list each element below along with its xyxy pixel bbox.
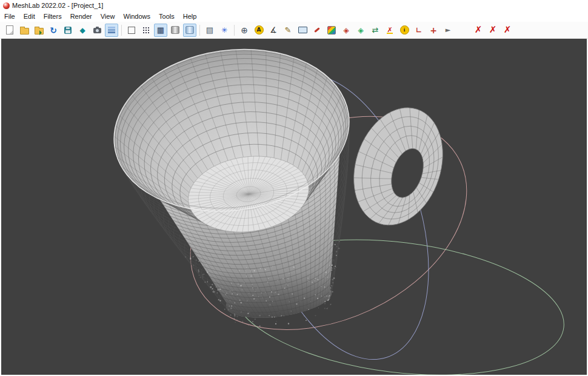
open-folder-icon [20, 28, 29, 35]
toolbar-colorize-mesh-button[interactable] [325, 24, 338, 37]
flat-cylinder-icon [171, 26, 179, 34]
diamond-red-icon: ◈ [343, 27, 349, 34]
new-project-icon [6, 25, 13, 35]
toolbar-show-info-button[interactable] [398, 24, 411, 37]
menu-edit[interactable]: Edit [19, 12, 39, 21]
menu-render[interactable]: Render [66, 12, 96, 21]
camera-icon [93, 28, 101, 33]
delete-x-icon: ✗ [489, 25, 497, 35]
ruler-angle-icon: ∟ [416, 27, 422, 34]
save-disk-icon [64, 27, 72, 34]
brush-icon [313, 27, 321, 34]
menu-bar: File Edit Filters Render View Windows To… [0, 11, 588, 22]
toolbar-separator [199, 25, 200, 36]
toolbar-show-labels-button[interactable] [252, 24, 266, 37]
menu-filters[interactable]: Filters [39, 12, 66, 21]
label-a-icon [255, 25, 264, 35]
menu-tools[interactable]: Tools [155, 12, 179, 21]
toolbar-pick-points-button[interactable]: + [427, 24, 440, 37]
toolbar-separator [234, 25, 235, 36]
toolbar-edit-pick-button[interactable]: ✎ [281, 24, 295, 37]
toolbar-measure-tool-button[interactable]: ∟ [412, 24, 426, 37]
window-title: MeshLab 2022.02 - [Project_1] [12, 2, 103, 9]
toolbar-arrow-select-button[interactable]: ► [441, 24, 455, 37]
menu-view[interactable]: View [96, 12, 119, 21]
toolbar-screen-space-button[interactable] [296, 24, 309, 37]
bbox-cube-icon [128, 27, 135, 34]
toolbar-save-snapshot-button[interactable] [90, 24, 104, 37]
toolbar-select-vertices-button[interactable]: ◈ [339, 24, 353, 37]
toolbar-render-texture-button[interactable]: ▤ [203, 24, 216, 37]
monitor-icon [298, 27, 307, 33]
wireframe-icon: ▦ [157, 26, 164, 34]
toolbar-align-tool-button[interactable]: ⇄ [369, 24, 382, 37]
pen-icon: ✎ [285, 26, 292, 34]
export-diamond-icon: ◆ [79, 27, 85, 34]
trackball-globe-icon: ⊕ [241, 26, 248, 35]
toolbar-import-mesh-button[interactable] [32, 24, 45, 37]
toolbar-georef-tool-button[interactable] [383, 24, 396, 37]
align-arrows-icon: ⇄ [372, 26, 379, 34]
crosshair-icon: + [430, 26, 437, 35]
diamond-green-icon: ◈ [358, 27, 363, 34]
import-folder-icon [35, 28, 44, 35]
menu-windows[interactable]: Windows [119, 12, 155, 21]
delete-x-icon: ✗ [504, 25, 512, 35]
toolbar-new-empty-project-button[interactable] [3, 24, 16, 37]
texture-stack-icon: ▤ [206, 26, 213, 34]
toolbar-render-smooth-button[interactable] [183, 24, 196, 37]
meshlab-logo-icon [3, 2, 10, 9]
toolbar-render-bbox-button[interactable] [125, 24, 138, 37]
toolbar-save-project-button[interactable] [61, 24, 75, 37]
toolbar-select-faces-button[interactable]: ◈ [354, 24, 367, 37]
3d-viewport[interactable] [1, 39, 587, 375]
angle-icon: ∡ [270, 26, 277, 34]
toolbar-show-layer-dialog-button[interactable] [105, 24, 118, 37]
title-bar: MeshLab 2022.02 - [Project_1] [0, 0, 588, 11]
toolbar-delete-raster-button[interactable]: ✗ [501, 24, 514, 37]
toolbar-open-project-button[interactable] [18, 24, 31, 37]
toolbar-delete-all-meshes-button[interactable]: ✗ [486, 24, 499, 37]
meshlab-window: MeshLab 2022.02 - [Project_1] File Edit … [0, 0, 588, 376]
toolbar-paint-mesh-button[interactable] [310, 24, 324, 37]
georef-icon [386, 26, 394, 34]
delete-x-icon: ✗ [475, 25, 483, 35]
main-toolbar: ↻◆▦▤✳⊕∡✎◈◈⇄∟+►✗✗✗ [0, 22, 588, 39]
menu-file[interactable]: File [0, 12, 19, 21]
toolbar-trackball-mode-button[interactable]: ⊕ [238, 24, 251, 37]
menu-help[interactable]: Help [179, 12, 201, 21]
info-icon [400, 25, 409, 35]
color-cube-icon [327, 26, 336, 35]
points-grid-icon [142, 27, 150, 34]
smooth-cylinder-icon [185, 26, 194, 34]
toolbar-render-flat-button[interactable] [169, 24, 182, 37]
cursor-arrow-icon: ► [446, 27, 450, 33]
reload-icon: ↻ [50, 26, 57, 35]
decorator-star-icon: ✳ [221, 27, 227, 34]
toolbar-measure-angle-button[interactable]: ∡ [267, 24, 280, 37]
toolbar-show-decorators-button[interactable]: ✳ [218, 24, 231, 37]
toolbar-reload-mesh-button[interactable]: ↻ [47, 24, 60, 37]
toolbar-delete-current-mesh-button[interactable]: ✗ [472, 24, 485, 37]
toolbar-render-wireframe-button[interactable]: ▦ [154, 24, 167, 37]
toolbar-export-mesh-button[interactable]: ◆ [76, 24, 89, 37]
gl-canvas[interactable] [1, 39, 587, 375]
toolbar-render-points-button[interactable] [139, 24, 153, 37]
layers-icon [108, 27, 115, 28]
toolbar-separator [121, 25, 122, 36]
